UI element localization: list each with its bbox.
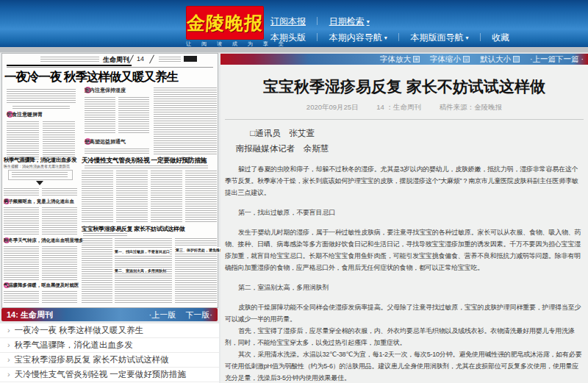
thumb-gi-item-3: 3 气温骤降多保暖，呕血黑便及时就医 — [4, 282, 10, 288]
font-default-button[interactable]: 默认大小 — [480, 54, 520, 65]
newsprint-text-block — [185, 171, 217, 222]
article-date: 2020年09月25日 — [306, 103, 359, 111]
current-page-label: 14: 生命周刊 — [7, 309, 53, 321]
newsprint-text-block — [85, 148, 149, 154]
thumb-section-climbing: 3 登高望远益肺通气 — [85, 138, 91, 145]
article-paragraph: 其次，采用清水洗澡。水温以32℃-38℃为宜，每1-2天一次，每次5-10分钟。… — [225, 348, 584, 383]
nav-layout-guide-link[interactable]: 本期版面导航▾ — [410, 32, 468, 44]
newsprint-text-block — [12, 106, 70, 109]
top-nav-row-1: 订阅本报 日期检索▾ — [270, 15, 370, 28]
top-nav-row-2: 本期头版 本期内容导航▾ 本期版面导航▾ 收藏 — [270, 32, 509, 44]
article-page-ref: 14 ：生命周刊 — [376, 103, 421, 111]
newsprint-text-block — [4, 291, 39, 304]
masthead-slash — [129, 55, 134, 64]
font-decrease-icon: - — [463, 56, 470, 62]
newsprint-text-block — [7, 121, 39, 161]
nav-separator — [317, 33, 318, 41]
thumb-eczema-tip-2: 第二、室温别太高，多用润肤剂 — [115, 268, 166, 273]
prev-page-button[interactable]: ·上一版 — [149, 310, 176, 319]
font-increase-icon: + — [413, 56, 420, 62]
thumb-byline-box — [8, 170, 73, 180]
font-default-icon — [513, 56, 520, 62]
article-list-item[interactable]: ›宝宝秋季湿疹易反复 家长不妨试试这样做 — [0, 353, 219, 368]
thumb-subhead-gi-bleeding: 医生提醒：消化性溃疡患者尤需注意防范 — [4, 164, 79, 168]
article-list-item[interactable]: ›秋季气温骤降，消化道出血多发 — [0, 338, 219, 353]
nav-separator — [398, 33, 399, 41]
article-byline: □通讯员 张艾萱 南报融媒体记者 余斯慧 — [226, 126, 338, 157]
newsprint-text-block — [42, 207, 77, 235]
thumb-headline-bronchitis[interactable]: 天冷慢性支气管炎别轻视 一定要做好预防措施 — [82, 157, 218, 165]
font-decrease-button[interactable]: 字体缩小- — [430, 54, 470, 65]
nav-date-search-link[interactable]: 日期检索▾ — [329, 15, 370, 28]
newsprint-text-block — [42, 188, 77, 196]
newsprint-text-block — [7, 89, 76, 104]
article-section-heading: 第二，室温别太高，多用润肤剂 — [225, 282, 584, 293]
list-arrow-icon: › — [7, 355, 10, 364]
newsprint-text-block — [40, 57, 99, 62]
article-source: 稿件来源：金陵晚报 — [440, 103, 503, 111]
article-paragraph: 皮肤的干燥屏障功能不全同样会使湿疹发病率提高。父母除了注意寻找过敏原，宝宝的皮肤… — [225, 301, 584, 325]
nav-front-page-link[interactable]: 本期头版 — [270, 32, 306, 44]
masthead-rule — [7, 65, 132, 66]
masthead-page-number: 14 — [137, 55, 144, 62]
masthead-weekly-title: 生命周刊 — [103, 55, 129, 65]
newsprint-text-block — [159, 57, 181, 62]
masthead-slash — [149, 55, 154, 64]
article-section-heading: 第一，找出过敏原，不要盲目忌口 — [225, 207, 584, 218]
chevron-down-icon: ▾ — [384, 35, 387, 41]
thumb-eczema-tip-3: 第三、保护好患处，避免搔抓 — [176, 247, 223, 253]
newsprint-text-block — [118, 97, 149, 134]
article-list-item[interactable]: ›一夜冷一夜 秋季这样做又暖又养生 — [0, 323, 219, 338]
newsprint-text-block — [82, 238, 112, 304]
newsprint-text-block — [42, 291, 77, 304]
triangle-down-icon — [36, 181, 43, 185]
thumb-eczema-tip-1: 第一、找出过敏原，不要盲目忌口 — [115, 248, 170, 254]
nav-subscribe-link[interactable]: 订阅本报 — [270, 15, 306, 28]
newsprint-text-block — [82, 171, 113, 222]
byline-reporter: 南报融媒体记者 余斯慧 — [226, 141, 338, 157]
article-meta: 2020年09月25日 14 ：生命周刊 稿件来源：金陵晚报 — [225, 103, 584, 120]
newsprint-text-block — [85, 165, 208, 168]
article-paragraph: 发生于婴幼儿时期的湿疹，属于一种过敏性皮肤病，要注意寻找宝宝的各种过敏原。家长可… — [225, 226, 584, 273]
article-list-item[interactable]: ›天冷慢性支气管炎别轻视 一定要做好预防措施 — [0, 368, 219, 382]
site-header: 金陵晚报 让 阅 读 成 为 享 受 订阅本报 日期检索▾ 本期头版 本期内容导… — [0, 0, 588, 47]
font-increase-button[interactable]: 字体放大+ — [380, 54, 420, 65]
prev-next-article-button[interactable]: ·上一篇下一篇 · — [530, 54, 584, 65]
thumb-headline-warm-autumn[interactable]: 一夜冷一夜 秋季这样做又暖又养生 — [4, 69, 217, 85]
article-paragraph: 躲过了春夏的虫咬和痱子，却躲不过秋冬的湿疹。尤其是3岁以内的婴幼儿，皮肤娇嫩，抵… — [225, 163, 584, 198]
newsprint-text-block — [4, 188, 39, 196]
header-divider-strip — [0, 47, 588, 53]
article-title: 宝宝秋季湿疹易反复 家长不妨试试这样做 — [225, 76, 584, 97]
newsprint-text-block — [42, 246, 77, 280]
thumb-gi-item-1: 1 男子频频呕血，竟是上消化道出血 — [4, 198, 10, 204]
newsprint-text-block — [83, 233, 127, 236]
next-page-button[interactable]: 下一版· — [185, 310, 212, 319]
list-arrow-icon: › — [7, 370, 10, 379]
newspaper-page-thumbnail[interactable]: 生命周刊 14 一夜冷一夜 秋季这样做又暖又养生 1 饮食注意暖脾胃 2 室内注… — [1, 53, 218, 308]
thumb-gi-item-2: 2 秋冬季天气转凉，消化道出血明显增多 — [4, 237, 10, 243]
nav-favorite-link[interactable]: 收藏 — [492, 32, 509, 44]
newsprint-text-block — [154, 87, 217, 154]
article-paragraph: 首先，宝宝得了湿疹后，应尽量穿全棉的衣服，内、外衣均要忌羊毛织物以及绒线衣衫。衣… — [225, 325, 584, 348]
article-panel: 字体放大+ 字体缩小- 默认大小 ·上一篇下一篇 · 宝宝秋季湿疹易反复 家长不… — [220, 54, 588, 383]
list-arrow-icon: › — [7, 326, 10, 334]
article-content: 宝宝秋季湿疹易反复 家长不妨试试这样做 2020年09月25日 14 ：生命周刊… — [220, 65, 588, 383]
newsprint-text-block — [85, 97, 115, 134]
nav-content-guide-link[interactable]: 本期内容导航▾ — [329, 32, 387, 44]
site-logo-text: 金陵晚报 — [186, 11, 264, 35]
newsprint-text-block — [116, 171, 148, 222]
nav-separator — [317, 17, 318, 25]
chevron-down-icon: ▾ — [465, 35, 468, 41]
newsprint-text-block — [4, 207, 39, 235]
newsprint-text-block — [151, 171, 182, 222]
article-list: ›一夜冷一夜 秋季这样做又暖又养生 ›秋季气温骤降，消化道出血多发 ›宝宝秋季湿… — [0, 323, 219, 383]
article-toolbar: 字体放大+ 字体缩小- 默认大小 ·上一篇下一篇 · — [220, 54, 588, 65]
newsprint-text-block — [43, 121, 75, 161]
newsprint-text-block — [4, 246, 39, 280]
chevron-down-icon: ▾ — [367, 18, 370, 25]
page-navigation-bar: 14: 生命周刊 ·上一版 下一版· — [1, 308, 218, 321]
newspaper-reader-page: { "header": { "logo": "金陵晚报", "slogan": … — [0, 0, 588, 383]
thumb-headline-eczema[interactable]: 宝宝秋季湿疹易反复 家长不妨试试这样做 — [82, 225, 198, 233]
thumb-headline-gi-bleeding[interactable]: 秋季气温骤降，消化道出血多发 — [4, 157, 79, 164]
site-logo[interactable]: 金陵晚报 — [186, 6, 264, 40]
